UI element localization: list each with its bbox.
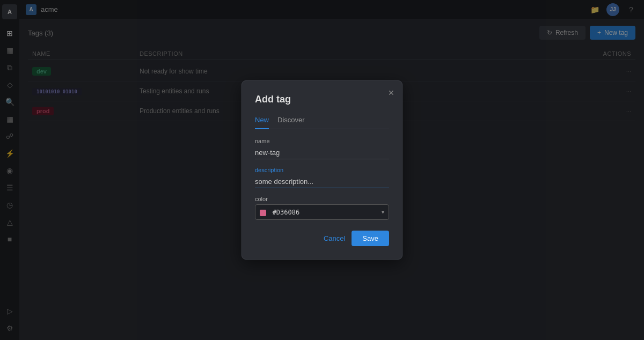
chevron-down-icon: ▾	[382, 209, 384, 215]
color-value: #D36086	[273, 209, 300, 216]
name-field-group: name	[255, 138, 389, 159]
description-label: description	[255, 167, 389, 173]
tab-new[interactable]: New	[255, 114, 269, 129]
color-field-group: color #D36086 ▾	[255, 196, 389, 220]
modal-overlay: ✕ Add tag New Discover name description …	[0, 0, 644, 340]
description-field-group: description	[255, 167, 389, 188]
modal-footer: Cancel Save	[255, 231, 389, 246]
modal-close-button[interactable]: ✕	[388, 88, 394, 97]
name-input[interactable]	[255, 146, 389, 159]
add-tag-modal: ✕ Add tag New Discover name description …	[241, 80, 402, 260]
description-input[interactable]	[255, 175, 389, 188]
color-preview: #D36086	[260, 208, 299, 216]
color-select[interactable]: #D36086 ▾	[255, 204, 389, 220]
modal-title: Add tag	[255, 94, 389, 105]
color-label: color	[255, 196, 389, 202]
cancel-button[interactable]: Cancel	[324, 234, 345, 242]
tab-discover[interactable]: Discover	[277, 114, 305, 129]
modal-tabs: New Discover	[255, 114, 389, 129]
color-dot	[260, 210, 266, 216]
save-button[interactable]: Save	[352, 231, 389, 246]
name-label: name	[255, 138, 389, 144]
